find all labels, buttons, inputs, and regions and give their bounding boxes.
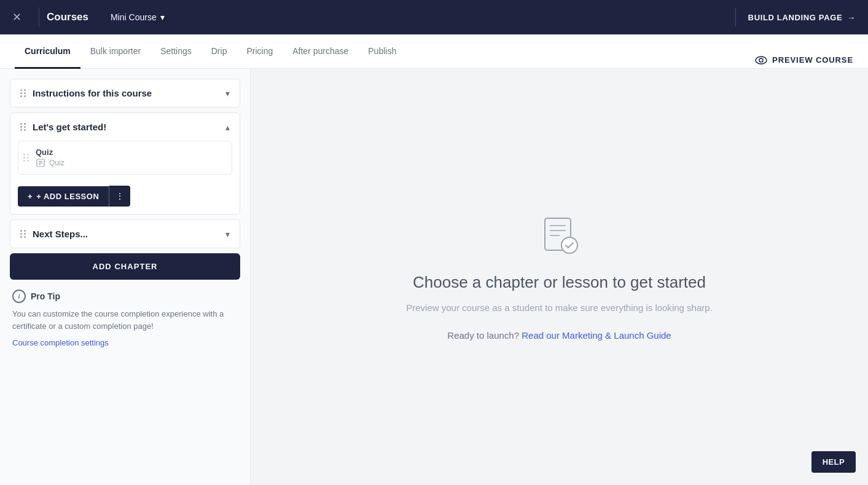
empty-state-icon bbox=[406, 213, 713, 258]
add-lesson-button[interactable]: + + ADD LESSON bbox=[18, 186, 109, 207]
pro-tip-text: You can customize the course completion … bbox=[12, 308, 238, 332]
quiz-icon bbox=[36, 158, 45, 168]
chevron-down-icon-3: ▾ bbox=[225, 229, 230, 239]
lessons-container: Quiz Quiz bbox=[10, 141, 240, 183]
pro-tip-header: i Pro Tip bbox=[12, 290, 238, 303]
tab-settings[interactable]: Settings bbox=[151, 35, 201, 69]
chapter-next-steps-header[interactable]: Next Steps... ▾ bbox=[10, 220, 240, 248]
svg-point-0 bbox=[756, 57, 767, 64]
launch-prefix: Ready to launch? bbox=[447, 330, 519, 341]
help-button[interactable]: HELP bbox=[811, 451, 856, 473]
chapter-get-started-title: Let's get started! bbox=[33, 122, 219, 132]
empty-state-title: Choose a chapter or lesson to get starte… bbox=[406, 272, 713, 293]
add-lesson-label: + ADD LESSON bbox=[36, 192, 99, 201]
preview-course-button[interactable]: PREVIEW COURSE bbox=[755, 52, 853, 68]
chapter-get-started-header[interactable]: Let's get started! ▴ bbox=[10, 113, 240, 141]
chevron-down-icon: ▾ bbox=[225, 89, 230, 98]
tab-pricing[interactable]: Pricing bbox=[237, 35, 283, 69]
tab-curriculum[interactable]: Curriculum bbox=[15, 35, 80, 69]
chapter-lesson-icon bbox=[538, 213, 582, 258]
app-title: Courses bbox=[47, 11, 88, 23]
build-landing-label: BUILD LANDING PAGE bbox=[748, 13, 843, 22]
pro-tip-icon: i bbox=[12, 290, 26, 303]
add-lesson-more-button[interactable]: ⋮ bbox=[109, 186, 130, 207]
add-chapter-button[interactable]: ADD CHAPTER bbox=[10, 253, 240, 280]
svg-point-1 bbox=[759, 58, 763, 62]
drag-handle-3 bbox=[20, 230, 26, 238]
sidebar: Instructions for this course ▾ Let's get… bbox=[0, 69, 251, 485]
tab-bulk-importer[interactable]: Bulk importer bbox=[80, 35, 151, 69]
tab-publish[interactable]: Publish bbox=[358, 35, 406, 69]
main-layout: Instructions for this course ▾ Let's get… bbox=[0, 69, 868, 485]
add-lesson-row: + + ADD LESSON ⋮ bbox=[18, 186, 232, 207]
course-selector[interactable]: Mini Course ▾ bbox=[103, 9, 172, 26]
build-landing-button[interactable]: BUILD LANDING PAGE → bbox=[748, 13, 856, 22]
chapter-instructions-header[interactable]: Instructions for this course ▾ bbox=[10, 79, 240, 107]
eye-icon bbox=[755, 56, 767, 65]
tab-after-purchase[interactable]: After purchase bbox=[283, 35, 358, 69]
arrow-icon: → bbox=[847, 13, 856, 22]
course-completion-link[interactable]: Course completion settings bbox=[12, 338, 109, 347]
chapter-next-steps-title: Next Steps... bbox=[33, 229, 219, 239]
empty-state: Choose a chapter or lesson to get starte… bbox=[406, 213, 713, 341]
divider bbox=[39, 7, 39, 27]
launch-link[interactable]: Read our Marketing & Launch Guide bbox=[522, 330, 671, 341]
main-content: Choose a chapter or lesson to get starte… bbox=[251, 69, 868, 485]
lesson-quiz-title: Quiz bbox=[36, 148, 227, 157]
close-icon[interactable]: ✕ bbox=[12, 10, 22, 24]
empty-state-subtitle: Preview your course as a student to make… bbox=[406, 302, 713, 313]
empty-state-launch: Ready to launch? Read our Marketing & La… bbox=[406, 330, 713, 341]
chapter-next-steps: Next Steps... ▾ bbox=[10, 219, 240, 248]
drag-handle bbox=[20, 89, 26, 97]
top-bar-divider bbox=[735, 8, 736, 26]
lesson-drag-handle bbox=[23, 154, 29, 162]
plus-icon: + bbox=[28, 192, 33, 201]
chapter-get-started: Let's get started! ▴ Quiz bbox=[10, 112, 240, 215]
lesson-quiz-label: Quiz bbox=[49, 159, 65, 167]
pro-tip-label: Pro Tip bbox=[31, 291, 60, 301]
preview-label: PREVIEW COURSE bbox=[772, 55, 853, 65]
top-bar: ✕ Courses Mini Course ▾ BUILD LANDING PA… bbox=[0, 0, 868, 34]
drag-handle-2 bbox=[20, 123, 26, 131]
dropdown-icon: ▾ bbox=[160, 12, 165, 22]
chapter-instructions: Instructions for this course ▾ bbox=[10, 79, 240, 108]
lesson-quiz-meta: Quiz bbox=[36, 158, 227, 168]
more-icon: ⋮ bbox=[115, 191, 124, 201]
tab-drip[interactable]: Drip bbox=[201, 35, 237, 69]
course-name: Mini Course bbox=[111, 12, 157, 22]
svg-point-10 bbox=[561, 237, 577, 253]
chevron-up-icon: ▴ bbox=[225, 122, 230, 132]
chapter-instructions-title: Instructions for this course bbox=[33, 88, 219, 98]
lesson-quiz[interactable]: Quiz Quiz bbox=[18, 141, 232, 175]
tab-bar: Curriculum Bulk importer Settings Drip P… bbox=[0, 34, 868, 69]
lesson-group: Quiz Quiz bbox=[36, 148, 227, 168]
pro-tip-section: i Pro Tip You can customize the course c… bbox=[10, 290, 240, 348]
